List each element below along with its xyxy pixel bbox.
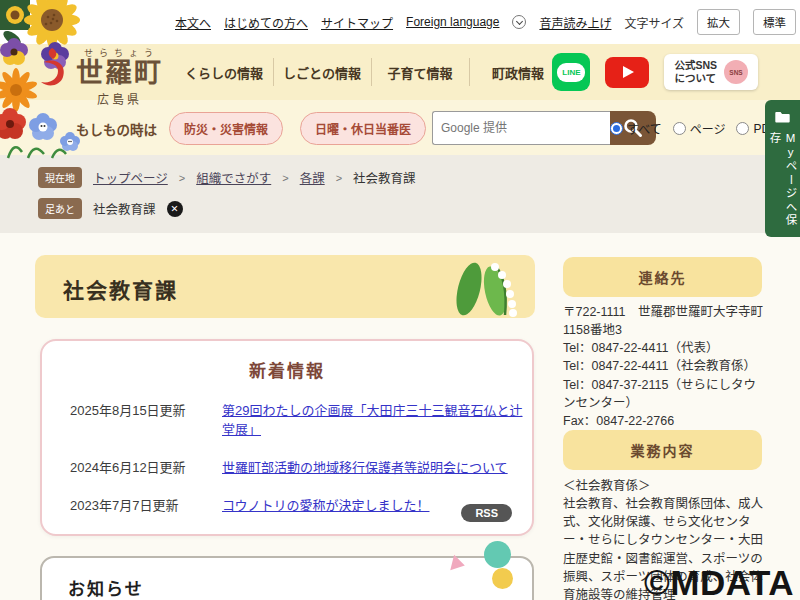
foreign-language-link[interactable]: Foreign language (406, 15, 499, 29)
folder-icon (774, 111, 791, 123)
foreign-language-dropdown-icon[interactable] (512, 15, 526, 29)
notice-title: お知らせ (68, 575, 532, 600)
contact-tel-social-ed: Tel：0847-22-4411（社会教育係） (563, 357, 765, 375)
contact-address: 〒722-1111 世羅郡世羅町大字寺町1158番地3 (563, 303, 765, 339)
radio-selected-icon (610, 122, 623, 135)
disaster-info-button[interactable]: 防災・災害情報 (169, 112, 283, 145)
search-input[interactable] (432, 111, 610, 145)
radio-icon (736, 122, 749, 135)
utility-links: 本文へ はじめての方へ サイトマップ Foreign language 音声読み… (175, 0, 800, 44)
mypage-save-tab[interactable]: Myページへ保存 (765, 100, 800, 237)
sns-buttons: LINE 公式SNS について SNS (552, 53, 758, 91)
contact-body: 〒722-1111 世羅郡世羅町大字寺町1158番地3 Tel：0847-22-… (563, 303, 765, 449)
font-size-label: 文字サイズ (624, 14, 684, 31)
official-sns-button[interactable]: 公式SNS について SNS (664, 54, 758, 90)
contact-tel-main: Tel：0847-22-4411（代表） (563, 339, 765, 357)
sns-badge-icon: SNS (724, 60, 748, 84)
news-section: 新着情報 2025年8月15日更新 第29回わたしの企画展「大田庄三十三観音石仏… (40, 339, 534, 536)
prefecture-name: 広島県 (76, 90, 163, 107)
youtube-button[interactable] (605, 57, 649, 88)
current-location-badge: 現在地 (38, 167, 82, 188)
youtube-play-icon (623, 66, 634, 78)
news-title: 新着情報 (42, 357, 532, 382)
search-scope-page[interactable]: ページ (673, 120, 726, 137)
beginners-guide-link[interactable]: はじめての方へ (224, 14, 308, 31)
search-scope-page-label: ページ (690, 120, 726, 137)
footprint-close-icon[interactable]: ✕ (167, 201, 183, 217)
footprint-item: 社会教育課 (93, 199, 156, 218)
breadcrumb-separator: > (179, 172, 185, 184)
nav-living-info[interactable]: くらしの情報 (175, 44, 273, 100)
page-title: 社会教育課 (63, 274, 178, 304)
news-link[interactable]: 世羅町部活動の地域移行保護者等説明会について (222, 457, 508, 476)
contact-fax: Fax：0847-22-2766 (563, 412, 765, 430)
town-emblem-icon (36, 46, 70, 90)
news-item: 2024年6月12日更新 世羅町部活動の地域移行保護者等説明会について (70, 457, 532, 476)
official-sns-label-line2: について (674, 72, 717, 85)
breadcrumb-current-page: 社会教育課 (353, 168, 416, 187)
teal-circle-decoration (484, 541, 511, 568)
town-name: 世羅町 (76, 59, 163, 89)
search-scope-all-label: すべて (627, 120, 662, 137)
mypage-save-label: Myページへ保存 (767, 132, 799, 237)
font-size-zoom-button[interactable]: 拡大 (697, 9, 740, 35)
breadcrumb-separator: > (336, 172, 342, 184)
line-button[interactable]: LINE (552, 53, 590, 91)
news-list: 2025年8月15日更新 第29回わたしの企画展「大田庄三十三観音石仏と辻堂展」… (70, 400, 532, 514)
duties-header: 業務内容 (563, 430, 762, 470)
holiday-doctor-button[interactable]: 日曜・休日当番医 (300, 112, 426, 145)
breadcrumb-home-link[interactable]: トップページ (93, 168, 168, 187)
line-icon: LINE (557, 63, 585, 82)
contact-title: 連絡先 (639, 267, 687, 287)
duties-section-label: ＜社会教育係＞ (563, 477, 765, 495)
breadcrumb: 現在地 トップページ > 組織でさがす > 各課 > 社会教育課 (38, 167, 416, 188)
rss-button[interactable]: RSS (461, 504, 512, 522)
breadcrumb-depts-link[interactable]: 各課 (300, 168, 325, 187)
skip-to-content-link[interactable]: 本文へ (175, 14, 211, 31)
emergency-label: もしもの時は (76, 119, 157, 139)
breadcrumb-separator: > (282, 172, 288, 184)
search-scope-all[interactable]: すべて (610, 120, 662, 137)
contact-header: 連絡先 (563, 257, 762, 297)
news-link[interactable]: コウノトリの愛称が決定しました！ (222, 495, 429, 514)
main-navigation: くらしの情報 しごとの情報 子育て情報 町政情報 (175, 44, 567, 100)
footprint-row: 足あと 社会教育課 ✕ (38, 198, 183, 219)
page-title-banner: 社会教育課 (35, 255, 535, 318)
voice-reading-link[interactable]: 音声読み上げ (539, 14, 611, 31)
font-size-standard-button[interactable]: 標準 (753, 9, 796, 35)
lily-of-the-valley-icon (447, 257, 521, 317)
watermark: ©MDATA (644, 563, 794, 600)
news-item: 2025年8月15日更新 第29回わたしの企画展「大田庄三十三観音石仏と辻堂展」 (70, 400, 532, 438)
radio-icon (673, 122, 686, 135)
duties-title: 業務内容 (631, 440, 695, 460)
breadcrumb-org-link[interactable]: 組織でさがす (196, 168, 271, 187)
news-date: 2023年7月7日更新 (70, 495, 222, 514)
sitemap-link[interactable]: サイトマップ (321, 14, 393, 31)
search-scope-radios: すべて ページ PDF (610, 120, 777, 137)
official-sns-label-line1: 公式SNS (674, 59, 717, 72)
news-date: 2024年6月12日更新 (70, 457, 222, 476)
site-logo[interactable]: せらちょう 世羅町 広島県 (36, 46, 163, 107)
yellow-circle-decoration (492, 568, 513, 589)
nav-work-info[interactable]: しごとの情報 (273, 44, 371, 100)
news-link[interactable]: 第29回わたしの企画展「大田庄三十三観音石仏と辻堂展」 (222, 400, 532, 438)
footprint-badge: 足あと (38, 198, 82, 219)
news-date: 2025年8月15日更新 (70, 400, 222, 419)
nav-childcare-info[interactable]: 子育て情報 (371, 44, 469, 100)
contact-tel-town-center: Tel：0847-37-2115（せらにしタウンセンター） (563, 376, 765, 412)
